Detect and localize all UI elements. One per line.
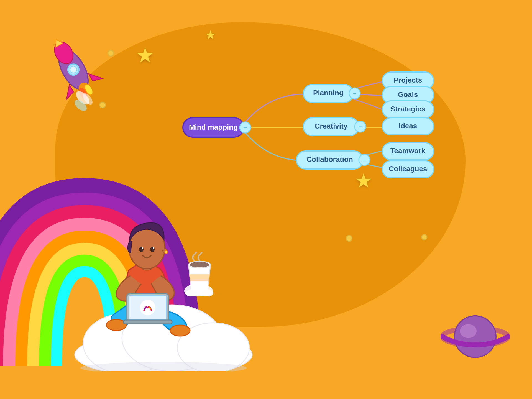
svg-point-26 xyxy=(139,247,144,252)
svg-text:Teamwork: Teamwork xyxy=(390,147,426,155)
svg-text:Strategies: Strategies xyxy=(390,105,425,113)
svg-point-33 xyxy=(190,262,209,267)
svg-point-27 xyxy=(150,247,155,252)
svg-text:Collaboration: Collaboration xyxy=(306,155,353,163)
svg-text:Creativity: Creativity xyxy=(315,122,348,130)
svg-point-29 xyxy=(153,247,154,249)
svg-marker-5 xyxy=(89,69,103,83)
svg-point-38 xyxy=(454,316,496,357)
svg-text:−: − xyxy=(363,157,366,163)
svg-text:Goals: Goals xyxy=(398,90,418,99)
svg-text:Planning: Planning xyxy=(313,89,344,97)
svg-rect-23 xyxy=(123,320,172,324)
dot-1 xyxy=(108,50,114,57)
svg-point-36 xyxy=(197,285,213,296)
dot-3 xyxy=(346,235,352,242)
svg-text:Mind mapping: Mind mapping xyxy=(189,123,238,131)
svg-point-39 xyxy=(460,324,477,338)
coffee-cup-icon xyxy=(183,252,216,296)
svg-text:−: − xyxy=(244,124,247,131)
mindmap-diagram: Mind mapping − Planning − Creativity − C… xyxy=(155,39,460,216)
svg-text:−: − xyxy=(353,90,357,97)
svg-point-19 xyxy=(170,325,190,336)
star-1: ★ xyxy=(136,43,154,67)
dot-2 xyxy=(99,102,106,108)
svg-text:−: − xyxy=(359,123,362,130)
svg-text:Projects: Projects xyxy=(394,76,422,84)
svg-text:Ideas: Ideas xyxy=(399,122,417,130)
planet-icon xyxy=(441,302,510,371)
svg-text:Colleagues: Colleagues xyxy=(389,165,427,173)
dot-4 xyxy=(421,234,427,240)
svg-marker-4 xyxy=(61,85,75,99)
svg-point-28 xyxy=(142,247,143,249)
svg-point-31 xyxy=(165,251,168,254)
